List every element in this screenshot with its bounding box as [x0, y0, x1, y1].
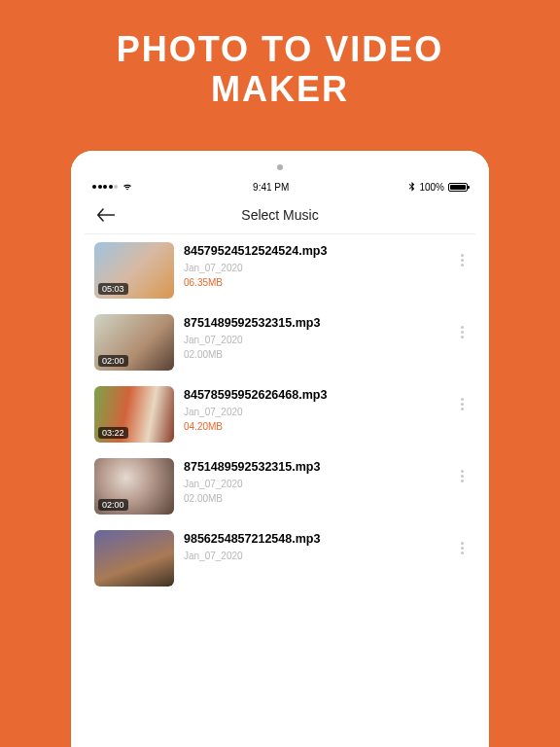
- filename: 84579524512524524.mp3: [184, 244, 444, 258]
- thumbnail: 02:00: [94, 314, 174, 371]
- back-button[interactable]: [94, 203, 118, 227]
- item-meta: 84579524512524524.mp3 Jan_07_2020 06.35M…: [184, 242, 444, 288]
- status-left: [92, 182, 133, 192]
- tablet-frame: 9:41 PM 100% Select Music 05:03: [71, 151, 489, 747]
- arrow-left-icon: [97, 208, 115, 222]
- status-battery-pct: 100%: [419, 182, 444, 193]
- file-date: Jan_07_2020: [184, 407, 444, 417]
- more-button[interactable]: [454, 534, 470, 561]
- thumbnail: 03:22: [94, 386, 174, 443]
- thumbnail: 02:00: [94, 458, 174, 515]
- more-button[interactable]: [454, 462, 470, 489]
- hero-title: PHOTO TO VIDEO MAKER: [0, 0, 560, 110]
- hero-line2: MAKER: [0, 69, 560, 109]
- filename: 8751489592532315.mp3: [184, 316, 444, 330]
- list-item[interactable]: 9856254857212548.mp3 Jan_07_2020: [85, 522, 475, 594]
- page-title: Select Music: [85, 207, 475, 223]
- more-button[interactable]: [454, 246, 470, 273]
- dots-vertical-icon: [461, 542, 464, 545]
- screen: 9:41 PM 100% Select Music 05:03: [85, 178, 475, 747]
- filename: 84578595952626468.mp3: [184, 388, 444, 402]
- list-item[interactable]: 02:00 8751489592532315.mp3 Jan_07_2020 0…: [85, 306, 475, 378]
- list-item[interactable]: 05:03 84579524512524524.mp3 Jan_07_2020 …: [85, 234, 475, 306]
- file-date: Jan_07_2020: [184, 335, 444, 345]
- dots-vertical-icon: [461, 470, 464, 473]
- file-date: Jan_07_2020: [184, 479, 444, 489]
- item-meta: 84578595952626468.mp3 Jan_07_2020 04.20M…: [184, 386, 444, 432]
- duration-badge: 02:00: [98, 355, 128, 367]
- more-button[interactable]: [454, 390, 470, 417]
- status-time: 9:41 PM: [253, 182, 289, 193]
- dots-vertical-icon: [461, 326, 464, 329]
- file-size: 04.20MB: [184, 421, 444, 432]
- file-size: 06.35MB: [184, 277, 444, 288]
- dots-vertical-icon: [461, 398, 464, 401]
- item-meta: 8751489592532315.mp3 Jan_07_2020 02.00MB: [184, 458, 444, 504]
- file-size: 02.00MB: [184, 349, 444, 360]
- battery-icon: [448, 183, 468, 192]
- item-meta: 9856254857212548.mp3 Jan_07_2020: [184, 530, 444, 561]
- status-bar: 9:41 PM 100%: [85, 178, 475, 196]
- filename: 9856254857212548.mp3: [184, 532, 444, 546]
- duration-badge: 03:22: [98, 427, 128, 439]
- item-meta: 8751489592532315.mp3 Jan_07_2020 02.00MB: [184, 314, 444, 360]
- thumbnail: [94, 530, 174, 587]
- hero-line1: PHOTO TO VIDEO: [0, 29, 560, 69]
- music-list[interactable]: 05:03 84579524512524524.mp3 Jan_07_2020 …: [85, 234, 475, 747]
- bluetooth-icon: [408, 182, 415, 193]
- thumbnail: 05:03: [94, 242, 174, 299]
- duration-badge: 02:00: [98, 499, 128, 511]
- file-date: Jan_07_2020: [184, 263, 444, 273]
- dots-vertical-icon: [461, 254, 464, 257]
- signal-dots-icon: [92, 185, 118, 189]
- wifi-icon: [122, 182, 133, 192]
- list-item[interactable]: 02:00 8751489592532315.mp3 Jan_07_2020 0…: [85, 450, 475, 522]
- file-date: Jan_07_2020: [184, 551, 444, 561]
- list-item[interactable]: 03:22 84578595952626468.mp3 Jan_07_2020 …: [85, 378, 475, 450]
- tablet-bezel: [71, 151, 489, 178]
- filename: 8751489592532315.mp3: [184, 460, 444, 474]
- tablet-camera: [277, 164, 283, 170]
- status-right: 100%: [408, 182, 468, 193]
- more-button[interactable]: [454, 318, 470, 345]
- duration-badge: 05:03: [98, 283, 128, 295]
- app-header: Select Music: [85, 196, 475, 234]
- file-size: 02.00MB: [184, 493, 444, 504]
